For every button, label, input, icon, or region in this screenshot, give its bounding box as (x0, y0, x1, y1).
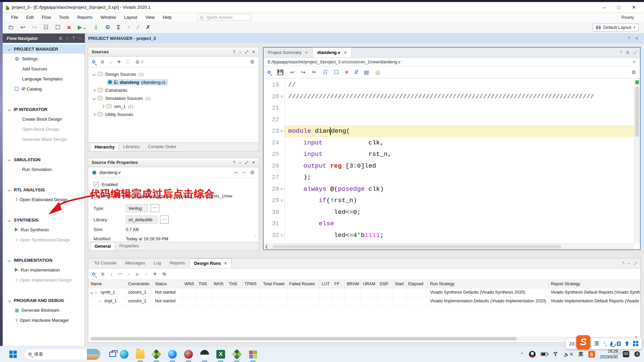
tab-log[interactable]: Log (149, 258, 165, 268)
settings-gear-icon[interactable]: ⚙ (250, 59, 255, 64)
back-arrow-icon[interactable]: ⬅ (234, 170, 238, 175)
sidebar-item-create-block-design[interactable]: Create Block Design (3, 114, 85, 124)
scroll-down-icon[interactable]: ⌄ (254, 234, 257, 238)
menu-file[interactable]: File (7, 14, 22, 20)
ime-indicator[interactable]: 英 (579, 351, 583, 357)
tree-item-constraints[interactable]: Constraints (88, 86, 259, 94)
tab-project-summary[interactable]: Project Summary ✕ (264, 48, 313, 57)
taskbar-app-vivado-2[interactable] (229, 347, 245, 362)
settings-gear-icon[interactable]: ⚙ (105, 24, 110, 30)
library-select[interactable]: xil_defaultlib (126, 216, 157, 224)
copy-icon[interactable]: ☷ (323, 70, 327, 75)
skin-icon[interactable] (625, 342, 629, 346)
taskbar-app-qq[interactable] (197, 347, 213, 362)
taskbar-app-edge[interactable] (116, 347, 132, 362)
search-icon[interactable] (268, 71, 271, 74)
paste-icon[interactable]: ☐ (55, 24, 60, 30)
add-sources-icon[interactable]: + (117, 58, 121, 65)
close-panel-icon[interactable]: ✕ (252, 50, 255, 54)
ime-menu-icon[interactable] (633, 341, 638, 346)
open-project-icon[interactable]: 🗀 (8, 24, 14, 30)
sidebar-item-settings[interactable]: ⚙ Settings (3, 54, 85, 64)
float-panel-icon[interactable]: ⤢ (634, 261, 637, 266)
tab-hierarchy[interactable]: Hierarchy (90, 143, 119, 151)
help-icon[interactable]: ? (233, 160, 235, 165)
section-ip-integrator[interactable]: IP INTEGRATOR (3, 105, 85, 114)
cancel-run-icon[interactable]: ✗ (146, 24, 150, 30)
table-row-synth-1[interactable]: ▷synth_1 constrs_1 Not started Vivado Sy… (89, 288, 640, 297)
undo-icon[interactable]: ↩ (290, 70, 294, 75)
sidebar-item-generate-block-design[interactable]: Generate Block Design (3, 134, 85, 144)
editor-horizontal-scrollbar[interactable]: ❮ (264, 243, 634, 249)
minimize-panel-icon[interactable]: – (628, 261, 630, 266)
minimize-panel-icon[interactable]: – (239, 160, 241, 165)
collapse-all-icon[interactable]: ≣ (101, 59, 104, 64)
microphone-icon[interactable] (611, 342, 612, 346)
search-icon[interactable] (92, 60, 95, 63)
menu-edit[interactable]: Edit (22, 14, 37, 20)
section-project-manager[interactable]: PROJECT MANAGER (3, 44, 85, 54)
toggle-column-icon[interactable]: ▤ (364, 70, 369, 75)
code-area[interactable]: 19// 20⊟////////////////////////////////… (264, 79, 634, 243)
menu-reports[interactable]: Reports (73, 14, 96, 20)
copy-icon[interactable]: ☷ (44, 24, 49, 30)
lightbulb-icon[interactable]: ◎ (375, 70, 380, 75)
table-row-impl-1[interactable]: ▷impl_1 constrs_1 Not started Vivado Imp… (89, 297, 640, 305)
qq-tray-icon[interactable] (529, 351, 536, 358)
sidebar-item-language-templates[interactable]: Language Templates (3, 74, 85, 84)
close-icon[interactable]: ✕ (635, 36, 639, 41)
menu-layout[interactable]: Layout (120, 14, 141, 20)
taskbar-app-photos[interactable] (245, 347, 261, 362)
undo-icon[interactable]: ↩ (20, 24, 25, 30)
ime-punctuation-toggle[interactable]: ’, (604, 341, 606, 347)
taskbar-app-music[interactable] (180, 347, 197, 362)
type-more-button[interactable]: ⋯ (151, 204, 159, 212)
tree-item-utility-sources[interactable]: Utility Sources (88, 110, 259, 118)
layout-selector[interactable]: Default Layout ▾ (593, 23, 639, 32)
tab-properties[interactable]: Properties (115, 242, 143, 250)
create-run-icon[interactable]: + (153, 270, 157, 278)
menu-window[interactable]: Window (97, 14, 120, 20)
close-tab-icon[interactable]: ✕ (343, 50, 347, 55)
sidebar-item-ip-catalog[interactable]: IP Catalog (3, 84, 85, 94)
tree-item-design-sources[interactable]: Design Sources (1) (88, 70, 259, 78)
section-program-and-debug[interactable]: PROGRAM AND DEBUG (3, 296, 85, 305)
expand-all-icon[interactable]: ↕ (66, 36, 68, 41)
wifi-icon[interactable] (552, 352, 558, 356)
search-icon[interactable] (92, 273, 95, 276)
close-button[interactable]: ✕ (632, 4, 636, 10)
tree-item-sim-1[interactable]: sim_1 (1) (88, 102, 259, 110)
scrollbar-thumb[interactable] (91, 337, 517, 340)
minimize-button[interactable]: – (603, 4, 606, 10)
minimize-panel-icon[interactable]: – (78, 36, 81, 41)
percent-icon[interactable]: % (162, 272, 166, 277)
tab-tcl-console[interactable]: Tcl Console (90, 258, 121, 268)
menu-help[interactable]: Help (159, 14, 175, 20)
delete-icon[interactable]: × (345, 70, 348, 75)
sidebar-item-add-sources[interactable]: Add Sources (3, 64, 85, 74)
cut-icon[interactable]: ✂ (312, 70, 316, 75)
expand-all-icon[interactable]: ↕ (110, 272, 113, 277)
tab-design-runs[interactable]: Design Runs ✕ (190, 258, 232, 268)
paste-icon[interactable]: ☐ (334, 70, 339, 75)
tab-general[interactable]: General (90, 242, 115, 250)
editor-vertical-scrollbar[interactable] (634, 79, 640, 243)
tree-item-diandeng[interactable]: diandeng (diandeng.v) (88, 78, 259, 86)
tree-item-simulation-sources[interactable]: Simulation Sources (1) (88, 94, 259, 102)
close-panel-icon[interactable]: ✕ (252, 160, 255, 165)
sidebar-item-generate-bitstream[interactable]: ▦ Generate Bitstream (3, 305, 85, 315)
quick-access-input[interactable]: Q· Quick Access (198, 14, 251, 20)
close-icon[interactable]: ✕ (633, 59, 636, 64)
sigma-report-icon[interactable]: Σ (117, 24, 120, 30)
help-icon[interactable]: ? (72, 36, 75, 41)
section-simulation[interactable]: SIMULATION (3, 155, 85, 164)
bottom-horizontal-scrollbar[interactable]: ❯ (90, 337, 633, 341)
chevron-down-icon[interactable] (90, 291, 94, 294)
settings-gear-icon[interactable]: ⚙ (632, 70, 636, 75)
minimize-panel-icon[interactable]: – (239, 50, 241, 54)
settings-gear-icon[interactable]: ⚙ (250, 170, 255, 175)
float-panel-icon[interactable]: ⤢ (245, 160, 248, 165)
forward-arrow-icon[interactable]: ➡ (242, 170, 246, 175)
tray-expand-icon[interactable]: ⌃ (520, 352, 524, 357)
sidebar-item-run-synthesis[interactable]: Run Synthesis (3, 225, 85, 235)
